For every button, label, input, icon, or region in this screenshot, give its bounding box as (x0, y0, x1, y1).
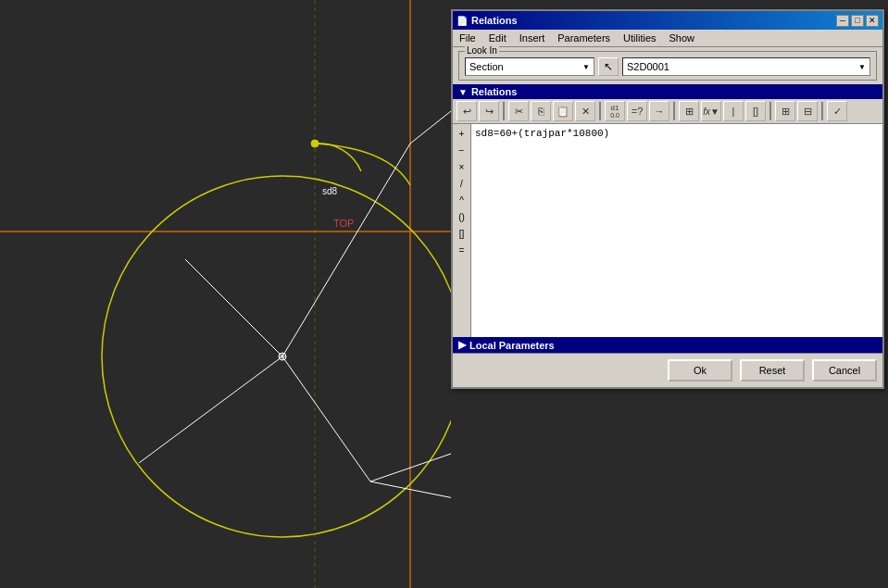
toolbar-separator-4 (769, 102, 771, 120)
reset-button[interactable]: Reset (740, 359, 805, 382)
view-btn-1[interactable]: ⊞ (775, 101, 795, 121)
menu-edit[interactable]: Edit (486, 31, 509, 44)
section-dropdown[interactable]: Section ▼ (465, 57, 594, 76)
toggle-button[interactable]: ⊞ (679, 101, 699, 121)
fx-button[interactable]: fx▼ (701, 101, 721, 121)
formula-editor[interactable]: sd8=60+(trajpar*10800) (471, 124, 882, 337)
multiply-operator[interactable]: × (454, 159, 470, 174)
relations-collapse-icon[interactable]: ▼ (458, 87, 468, 97)
dialog-title: Relations (471, 15, 518, 26)
close-button[interactable]: ✕ (866, 15, 879, 27)
local-params-header: ▶ Local Parameters (453, 337, 882, 353)
parens-operator[interactable]: () (454, 209, 470, 224)
toolbar-separator-3 (673, 102, 675, 120)
redo-button[interactable]: ↪ (479, 101, 499, 121)
delete-button[interactable]: ✕ (575, 101, 595, 121)
menu-utilities[interactable]: Utilities (620, 31, 658, 44)
s2d-dropdown[interactable]: S2D0001 ▼ (622, 57, 870, 76)
cancel-button[interactable]: Cancel (812, 359, 877, 382)
svg-point-3 (102, 176, 451, 537)
view-btn-2[interactable]: ⊟ (797, 101, 818, 121)
relations-label: Relations (471, 86, 518, 97)
minimize-button[interactable]: ─ (836, 15, 849, 27)
dialog-controls: ─ □ ✕ (836, 15, 879, 27)
power-operator[interactable]: ^ (454, 193, 470, 207)
maximize-button[interactable]: □ (851, 15, 864, 27)
menu-insert[interactable]: Insert (517, 31, 548, 44)
pipe-button[interactable]: | (723, 101, 744, 121)
s2d-dropdown-arrow: ▼ (858, 63, 866, 71)
divide-operator[interactable]: / (454, 176, 470, 191)
svg-line-7 (185, 259, 282, 357)
verify-button[interactable]: ✓ (827, 101, 847, 121)
minus-operator[interactable]: − (454, 143, 470, 157)
toolbar-separator-1 (503, 102, 505, 120)
dialog-titlebar: 📄 Relations ─ □ ✕ (453, 11, 882, 30)
arrow-button[interactable]: → (649, 101, 669, 121)
svg-line-8 (139, 357, 282, 463)
svg-line-10 (410, 111, 451, 144)
operators-panel: + − × / ^ () [] = (453, 124, 471, 337)
cursor-button[interactable]: ↖ (598, 57, 619, 76)
look-in-section: Look In Section ▼ ↖ S2D0001 ▼ (458, 51, 877, 81)
button-row: Ok Reset Cancel (453, 353, 882, 387)
menu-show[interactable]: Show (667, 31, 698, 44)
undo-button[interactable]: ↩ (457, 101, 477, 121)
ok-button[interactable]: Ok (668, 359, 732, 382)
menu-file[interactable]: File (457, 31, 479, 44)
look-in-row: Section ▼ ↖ S2D0001 ▼ (465, 57, 870, 76)
relations-dialog: 📄 Relations ─ □ ✕ File Edit Insert Param… (451, 9, 884, 389)
local-params-collapse-icon[interactable]: ▶ (458, 339, 466, 351)
format-button[interactable]: d10.0 (605, 101, 625, 121)
copy-button[interactable]: ⎘ (531, 101, 551, 121)
local-params-label: Local Parameters (469, 340, 555, 351)
toolbar-separator-5 (821, 102, 823, 120)
content-area: + − × / ^ () [] = sd8=60+(trajpar*10800) (453, 124, 882, 337)
cut-button[interactable]: ✂ (508, 101, 529, 121)
formula-text: sd8=60+(trajpar*10800) (475, 128, 609, 139)
svg-line-6 (282, 144, 410, 357)
svg-line-9 (282, 357, 370, 482)
equals-operator[interactable]: = (454, 243, 470, 257)
section-dropdown-arrow: ▼ (582, 63, 590, 71)
brackets-operator[interactable]: [] (454, 226, 470, 241)
relations-toolbar: ↩ ↪ ✂ ⎘ 📋 ✕ d10.0 =? → ⊞ fx▼ | [] ⊞ ⊟ ✓ (453, 99, 882, 124)
plus-operator[interactable]: + (454, 126, 470, 141)
look-in-label: Look In (465, 45, 499, 56)
menu-bar: File Edit Insert Parameters Utilities Sh… (453, 30, 882, 47)
evaluate-button[interactable]: =? (627, 101, 647, 121)
bracket-button[interactable]: [] (745, 101, 766, 121)
svg-text:TOP: TOP (333, 218, 354, 229)
paste-button[interactable]: 📋 (553, 101, 573, 121)
svg-text:sd8: sd8 (322, 186, 338, 196)
cad-drawing: TOP sd8 sd6 (0, 0, 451, 588)
toolbar-separator-2 (599, 102, 601, 120)
menu-parameters[interactable]: Parameters (555, 31, 613, 44)
relations-section-header: ▼ Relations (453, 84, 882, 99)
